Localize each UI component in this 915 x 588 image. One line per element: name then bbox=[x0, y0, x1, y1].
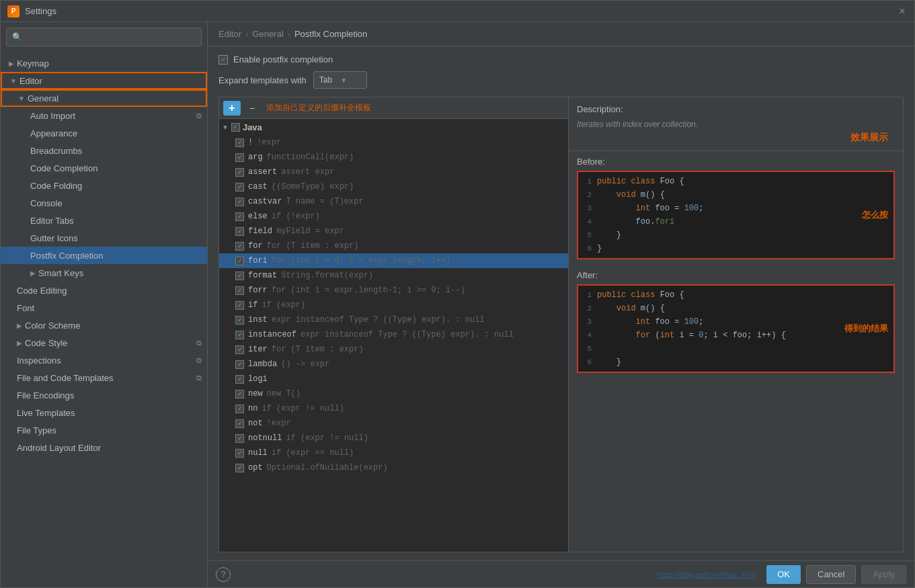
assert-checkbox[interactable] bbox=[235, 168, 244, 177]
null-checkbox[interactable] bbox=[235, 449, 244, 458]
expand-dropdown[interactable]: Tab ▼ bbox=[313, 71, 367, 89]
template-item-new[interactable]: new new T() bbox=[219, 386, 568, 401]
template-item-iter[interactable]: iter for (T item : expr) bbox=[219, 342, 568, 357]
template-item-cast[interactable]: cast ((SomeType) expr) bbox=[219, 179, 568, 194]
template-item-inst[interactable]: inst expr instanceof Type ? ((Type) expr… bbox=[219, 312, 568, 327]
template-item-notnull[interactable]: notnull if (expr != null) bbox=[219, 431, 568, 446]
after-line-2: 2 void m() { bbox=[578, 302, 893, 315]
bottom-right: https://blog.csdn.net/lian_yixin OK Canc… bbox=[657, 565, 906, 584]
template-item-excl[interactable]: ! !expr bbox=[219, 135, 568, 150]
search-box[interactable]: 🔍 bbox=[6, 28, 202, 46]
copy-icon-code-style: ⧉ bbox=[196, 339, 202, 347]
sidebar-item-code-editing[interactable]: Code Editing bbox=[1, 282, 207, 299]
sidebar-item-code-folding[interactable]: Code Folding bbox=[1, 177, 207, 194]
template-item-fori[interactable]: fori for (int i = 0; i < expr.length; i+… bbox=[219, 253, 568, 268]
iter-checkbox[interactable] bbox=[235, 345, 244, 354]
sidebar-item-editor-tabs[interactable]: Editor Tabs bbox=[1, 212, 207, 229]
result-label: 得到的结果 bbox=[844, 323, 888, 335]
forr-checkbox[interactable] bbox=[235, 286, 244, 295]
sidebar-item-breadcrumbs[interactable]: Breadcrumbs bbox=[1, 142, 207, 159]
sidebar-item-code-completion[interactable]: Code Completion bbox=[1, 159, 207, 177]
sidebar-item-gutter-icons[interactable]: Gutter Icons bbox=[1, 229, 207, 247]
app-icon: P bbox=[7, 5, 19, 17]
sidebar-item-live-templates[interactable]: Live Templates bbox=[1, 404, 207, 421]
template-item-null[interactable]: null if (expr == null) bbox=[219, 446, 568, 460]
how-label: 怎么按 bbox=[862, 209, 888, 221]
nn-checkbox[interactable] bbox=[235, 405, 244, 413]
template-item-opt[interactable]: opt Optional.ofNullable(expr) bbox=[219, 460, 568, 475]
sidebar-item-general[interactable]: ▼ General bbox=[1, 89, 207, 107]
ok-button[interactable]: OK bbox=[766, 565, 801, 584]
sidebar-item-editor[interactable]: ▼ Editor bbox=[1, 72, 207, 89]
sidebar-item-font[interactable]: Font bbox=[1, 299, 207, 317]
before-line-3: 3 int foo = 100; bbox=[578, 202, 893, 215]
cast-checkbox[interactable] bbox=[235, 183, 244, 192]
enable-option-row: Enable postfix completion bbox=[218, 54, 904, 65]
fori-checkbox[interactable] bbox=[235, 257, 244, 265]
template-item-format[interactable]: format String.format(expr) bbox=[219, 268, 568, 283]
new-checkbox[interactable] bbox=[235, 390, 244, 398]
sidebar-item-console[interactable]: Console bbox=[1, 194, 207, 212]
java-lang-header[interactable]: ▼ Java bbox=[219, 119, 568, 135]
if-checkbox[interactable] bbox=[235, 301, 244, 310]
apply-button[interactable]: Apply bbox=[861, 565, 906, 584]
logi-checkbox[interactable] bbox=[235, 375, 244, 384]
template-item-field[interactable]: field myField = expr bbox=[219, 224, 568, 239]
else-checkbox[interactable] bbox=[235, 212, 244, 221]
sidebar-item-inspections[interactable]: Inspections ⧉ bbox=[1, 351, 207, 369]
template-item-logi[interactable]: logi bbox=[219, 372, 568, 386]
keymap-arrow-icon: ▶ bbox=[9, 60, 14, 67]
sidebar-item-code-style[interactable]: ▶ Code Style ⧉ bbox=[1, 334, 207, 351]
sidebar-item-file-encodings[interactable]: File Encodings bbox=[1, 386, 207, 404]
opt-checkbox[interactable] bbox=[235, 464, 244, 472]
sidebar-item-keymap[interactable]: ▶ Keymap bbox=[1, 54, 207, 72]
chinese-hint: 添加自己定义的后缀补全模板 bbox=[266, 102, 371, 114]
template-item-for[interactable]: for for (T item : expr) bbox=[219, 239, 568, 253]
instanceof-checkbox[interactable] bbox=[235, 331, 244, 339]
template-item-castvar[interactable]: castvar T name = (T)expr bbox=[219, 194, 568, 209]
search-icon: 🔍 bbox=[12, 32, 22, 42]
template-item-nn[interactable]: nn if (expr != null) bbox=[219, 401, 568, 416]
template-item-assert[interactable]: assert assert expr bbox=[219, 165, 568, 179]
sidebar-item-smart-keys[interactable]: ▶ Smart Keys bbox=[1, 264, 207, 282]
inst-checkbox[interactable] bbox=[235, 316, 244, 325]
template-item-else[interactable]: else if (!expr) bbox=[219, 209, 568, 224]
breadcrumb-sep-2: › bbox=[288, 29, 290, 39]
java-checkbox[interactable] bbox=[231, 123, 240, 132]
format-checkbox[interactable] bbox=[235, 271, 244, 280]
help-button[interactable]: ? bbox=[216, 567, 231, 582]
sidebar-item-auto-import[interactable]: Auto Import ⧉ bbox=[1, 107, 207, 124]
expand-row: Expand templates with Tab ▼ bbox=[218, 71, 904, 89]
for-checkbox[interactable] bbox=[235, 242, 244, 251]
template-item-forr[interactable]: forr for (int i = expr.length-1; i >= 0;… bbox=[219, 283, 568, 298]
sidebar-item-android-layout-editor[interactable]: Android Layout Editor bbox=[1, 439, 207, 456]
notnull-checkbox[interactable] bbox=[235, 434, 244, 443]
remove-template-button[interactable]: − bbox=[243, 101, 261, 116]
arg-checkbox[interactable] bbox=[235, 153, 244, 162]
cancel-button[interactable]: Cancel bbox=[806, 565, 856, 584]
close-button[interactable]: × bbox=[897, 6, 908, 17]
search-input[interactable] bbox=[26, 32, 196, 42]
enable-checkbox[interactable] bbox=[218, 55, 228, 65]
field-checkbox[interactable] bbox=[235, 227, 244, 236]
template-item-lambda[interactable]: lambda () -> expr bbox=[219, 357, 568, 372]
sidebar-item-color-scheme[interactable]: ▶ Color Scheme bbox=[1, 317, 207, 334]
lambda-checkbox[interactable] bbox=[235, 360, 244, 369]
add-template-button[interactable]: + bbox=[223, 101, 241, 116]
sidebar-item-appearance[interactable]: Appearance bbox=[1, 124, 207, 142]
not-checkbox[interactable] bbox=[235, 419, 244, 428]
action-buttons: OK Cancel Apply bbox=[766, 565, 906, 584]
castvar-checkbox[interactable] bbox=[235, 198, 244, 206]
effect-note: 效果展示 bbox=[577, 132, 895, 144]
excl-checkbox[interactable] bbox=[235, 138, 244, 147]
template-item-not[interactable]: not !expr bbox=[219, 416, 568, 431]
sidebar-item-postfix-completion[interactable]: Postfix Completion bbox=[1, 247, 207, 264]
template-item-if[interactable]: if if (expr) bbox=[219, 298, 568, 312]
before-line-1: 1 public class Foo { bbox=[578, 175, 893, 188]
sidebar-item-file-types[interactable]: File Types bbox=[1, 421, 207, 439]
template-item-instanceof[interactable]: instanceof expr instanceof Type ? ((Type… bbox=[219, 327, 568, 342]
java-label: Java bbox=[243, 122, 262, 132]
template-item-arg[interactable]: arg functionCall(expr) bbox=[219, 150, 568, 165]
title-bar: P Settings × bbox=[1, 1, 914, 22]
sidebar-item-file-code-templates[interactable]: File and Code Templates ⧉ bbox=[1, 369, 207, 386]
